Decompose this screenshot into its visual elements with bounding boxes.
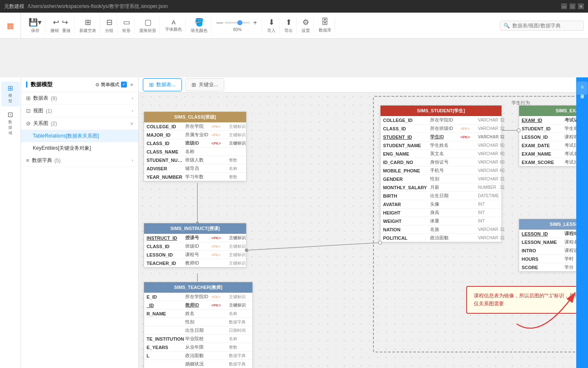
table-row: GENDER 性别 VARCHAR 32 — [381, 175, 501, 183]
section-views[interactable]: ⊡ 视图 (1) › — [21, 105, 138, 117]
table-row: ENG_NAME 英文名 VARCHAR 90 — [381, 150, 501, 158]
table-sims-teacher[interactable]: SIMS_TEACHER[教师] E_ID 所在学院ID <FK> 主键标识 _… — [144, 282, 253, 368]
search-input[interactable] — [512, 23, 580, 29]
table-sims-instruct[interactable]: SIMS_INSTRUCT[授课] INSTRUCT_ID 授课号 <PK> 主… — [144, 223, 247, 267]
table-sims-student[interactable]: SIMS_STUDENT[学生] COLLEGE_ID 所在学院ID VARCH… — [380, 105, 502, 242]
section-tables[interactable]: ⊞ 数据表 (8) › — [21, 92, 138, 105]
tab-key-entities[interactable]: ⊞ 关键业... — [185, 78, 224, 91]
new-table-icon[interactable]: ⊞ — [85, 18, 91, 27]
table-row: 出生日期 日期时间 — [144, 326, 252, 335]
canvas[interactable]: 学生行为 SIMS_CLASS[班级] COLLEGE_ID 所在学院 <FK>… — [139, 93, 588, 368]
import-icon[interactable]: ⬇ — [268, 18, 275, 27]
relations-count: (2) — [51, 121, 57, 127]
toolbar-group-scale: — + 80% — [213, 19, 262, 32]
field-library-button[interactable]: ≡ 字段库 — [577, 82, 588, 95]
undo-label: 撤销 重做 — [50, 28, 71, 34]
minimize-btn[interactable]: — — [561, 3, 567, 9]
relations-label: 关系图 — [33, 120, 48, 127]
table-row: COLLEGE_ID 所在学院ID VARCHAR 32 — [381, 116, 501, 124]
toolbar-group-fill-color: 🪣 填充颜色 — [187, 18, 211, 34]
right-sidebar: ≡ 字段库 — [576, 77, 588, 368]
toolbar-group-import: ⬇ 导入 — [264, 18, 279, 34]
relation-item-table-relations[interactable]: TableRelations[数据表关系图] — [21, 130, 138, 142]
table-row: HEIGHT 身高 INT — [381, 209, 501, 217]
search-icon: 🔍 — [504, 23, 510, 29]
views-arrow: › — [132, 109, 133, 113]
file-path: /Users/asher/workspace/ws-fisok/ys/教学管理系… — [28, 3, 168, 10]
scale-minus-btn[interactable]: — — [216, 19, 223, 26]
tab-key-entities-icon: ⊞ — [192, 82, 196, 88]
field-library-icon: ≡ — [580, 84, 583, 90]
save-dropdown-icon[interactable]: 💾▾ — [29, 18, 42, 27]
scale-plus-btn[interactable]: + — [252, 19, 258, 26]
maximize-btn[interactable]: □ — [570, 3, 575, 9]
table-row: MOBILE_PHONE 手机号 VARCHAR 60 — [381, 167, 501, 175]
tables-arrow: › — [132, 96, 133, 101]
table-sims-instruct-header: SIMS_INSTRUCT[授课] — [144, 223, 246, 234]
model-icon: ⊞ — [8, 84, 13, 92]
header-bar — [26, 82, 27, 87]
table-row: R_NAME 姓名 名称 — [144, 310, 252, 318]
sidebar-model-item[interactable]: ⊞ 模型 — [1, 82, 20, 106]
tables-count: (8) — [51, 95, 57, 101]
redo-icon[interactable]: ↪ — [62, 18, 68, 27]
app-logo-bar: ▦ — [0, 13, 21, 39]
table-sims-class-header: SIMS_CLASS[班级] — [144, 112, 246, 122]
section-relations[interactable]: ⊘ 关系图 (2) ∨ — [21, 117, 138, 130]
dictionary-label: 数据字典 — [32, 157, 52, 164]
table-sims-class-body: COLLEGE_ID 所在学院 <FK> 主键标识 MAJOR_ID 所属专业I… — [144, 122, 246, 181]
database-icon[interactable]: 🗄 — [321, 18, 329, 26]
font-color-label: 字体颜色 — [165, 26, 182, 32]
tab-data-table[interactable]: ⊞ 数据表... — [143, 78, 182, 91]
relations-arrow: ∨ — [130, 121, 133, 126]
round-rect-label: 圆角矩形 — [139, 28, 156, 34]
scale-slider[interactable] — [225, 22, 250, 24]
section-dictionary[interactable]: ≡ 数据字典 (5) › — [21, 154, 138, 167]
table-row: E_ID 所在学院ID <FK> 主键标识 — [144, 293, 252, 301]
toolbar-group-undoredo: ↩ ↪ 撤销 重做 — [47, 18, 74, 34]
dictionary-count: (5) — [55, 158, 61, 164]
round-rect-icon[interactable]: ▢ — [144, 18, 152, 27]
table-row: STUDENT_ID 学生ID <PK> VARCHAR 32 — [381, 133, 501, 141]
table-row: CLASS_ID 所在班级ID <FK> VARCHAR 32 — [381, 124, 501, 133]
simple-mode-checkbox[interactable]: ✓ — [121, 82, 127, 87]
undo-icon[interactable]: ↩ — [53, 18, 59, 27]
toolbar: 💾▾ 保存 ↩ ↪ 撤销 重做 ⊞ 新建空表 ⊟ 分组 ▭ 矩形 ▢ 圆角矩形 … — [0, 13, 588, 39]
collapse-button[interactable]: « — [130, 82, 133, 87]
table-sims-teacher-body: E_ID 所在学院ID <FK> 主键标识 _ID 教师ID <PK> 主键标识… — [144, 293, 252, 368]
table-sims-class[interactable]: SIMS_CLASS[班级] COLLEGE_ID 所在学院 <FK> 主键标识… — [144, 111, 247, 181]
table-row: CLASS_NAME 名称 — [144, 148, 246, 156]
table-row: INSTRUCT_ID 授课号 <PK> 主键标识 — [144, 234, 246, 242]
app-logo-icon: ▦ — [7, 21, 14, 30]
table-row: 性别 数据字典 — [144, 318, 252, 326]
close-btn[interactable]: ✕ — [578, 3, 584, 9]
annotation-box: 课程信息表为镜像，所以后图的"*:1"标识，是指第1个镜像副本，仅关系图需要 — [466, 286, 588, 314]
table-row: POLITICAL 政治面貌 VARCHAR 32 — [381, 234, 501, 242]
sidebar-data-domain-item[interactable]: ⊡ 数据域 — [1, 108, 20, 138]
table-row: BIRTH 出生日期 DATETIME — [381, 192, 501, 200]
export-icon[interactable]: ⬆ — [286, 18, 292, 27]
font-color-icon[interactable]: A — [172, 19, 176, 26]
dictionary-arrow: › — [132, 158, 133, 163]
relation-item-key-entities[interactable]: KeyEntities[关键业务对象] — [21, 142, 138, 154]
table-row: L 政治面貌 数据字典 — [144, 352, 252, 360]
rect-icon[interactable]: ▭ — [123, 18, 130, 27]
tab-data-table-icon: ⊞ — [149, 82, 154, 88]
split-icon[interactable]: ⊟ — [106, 18, 113, 27]
table-sims-student-header: SIMS_STUDENT[学生] — [381, 106, 501, 116]
scale-slider-thumb[interactable] — [237, 20, 242, 25]
annotation-text: 课程信息表为镜像，所以后图的"*:1"标识，是指第1个镜像副本，仅关系图需要 — [474, 293, 588, 307]
tables-label: 数据表 — [33, 95, 48, 102]
settings-icon[interactable]: ⚙ — [302, 18, 309, 27]
search-box[interactable]: 🔍 — [500, 21, 584, 31]
table-row: WEIGHT 体重 INT — [381, 217, 501, 225]
table-row: MONTHLY_SALARY 月薪 NUMBER 32 — [381, 183, 501, 192]
tables-icon: ⊞ — [26, 95, 31, 101]
toolbar-group-save: 💾▾ 保存 — [25, 18, 45, 34]
relations-icon: ⊘ — [26, 120, 31, 127]
table-row: COLLEGE_ID 所在学院 <FK> 主键标识 — [144, 122, 246, 131]
table-sims-teacher-header: SIMS_TEACHER[教师] — [144, 282, 252, 293]
fill-color-icon[interactable]: 🪣 — [194, 18, 204, 27]
database-label: 数据库 — [319, 27, 331, 33]
tab-bar: ⊞ 数据表... ⊞ 关键业... — [139, 77, 588, 93]
